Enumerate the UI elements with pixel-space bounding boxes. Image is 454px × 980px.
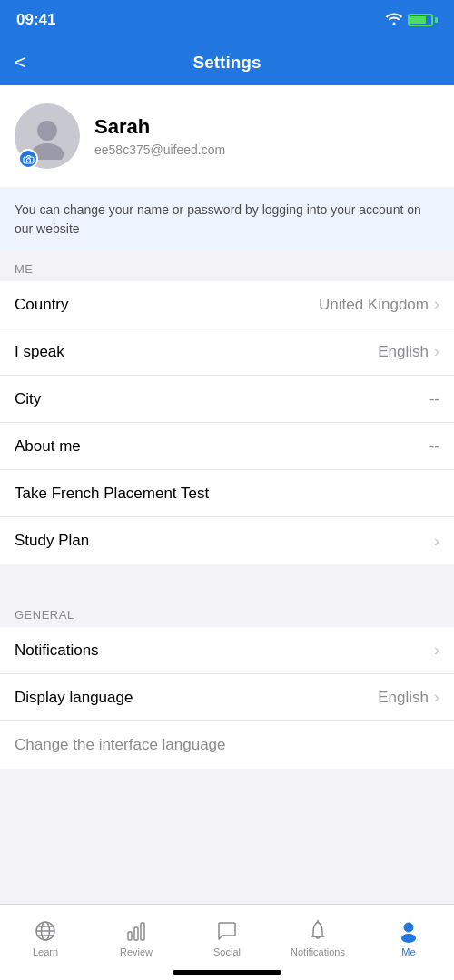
- svg-point-3: [26, 158, 30, 162]
- section-header-me: ME: [0, 251, 454, 281]
- notifications-label: Notifications: [15, 642, 99, 660]
- chevron-icon: ›: [434, 342, 439, 361]
- status-icons: [386, 12, 438, 28]
- placement-test-item[interactable]: Take French Placement Test: [0, 470, 454, 517]
- study-plan-right: ›: [434, 532, 439, 551]
- status-bar: 09:41: [0, 0, 454, 40]
- chevron-icon: ›: [434, 688, 439, 707]
- chevron-icon: ›: [434, 295, 439, 314]
- camera-badge[interactable]: [18, 149, 38, 169]
- globe-icon: [34, 919, 57, 943]
- status-time: 09:41: [16, 11, 55, 29]
- placement-test-label: Take French Placement Test: [15, 485, 209, 503]
- tab-notifications-label: Notifications: [291, 946, 345, 957]
- svg-rect-9: [128, 932, 132, 940]
- svg-rect-11: [141, 923, 144, 940]
- display-language-label: Display language: [15, 689, 133, 707]
- partial-item-label: Change the interface language: [15, 736, 226, 754]
- general-settings-list: Notifications › Display language English…: [0, 627, 454, 769]
- country-right: United Kingdom ›: [319, 295, 439, 314]
- me-settings-list: Country United Kingdom › I speak English…: [0, 281, 454, 564]
- about-me-item[interactable]: About me --: [0, 423, 454, 470]
- city-value: --: [429, 390, 439, 408]
- tab-review[interactable]: Review: [91, 910, 182, 957]
- chart-icon: [124, 919, 148, 943]
- study-plan-item[interactable]: Study Plan ›: [0, 517, 454, 564]
- tab-social[interactable]: Social: [182, 910, 272, 957]
- about-me-label: About me: [15, 437, 81, 456]
- svg-rect-10: [134, 927, 138, 940]
- profile-info: Sarah ee58c375@uifeed.com: [94, 115, 225, 157]
- profile-name: Sarah: [94, 115, 225, 139]
- svg-point-13: [404, 923, 413, 932]
- wifi-icon: [386, 12, 402, 28]
- about-me-value: --: [429, 437, 439, 456]
- profile-section: Sarah ee58c375@uifeed.com: [0, 85, 454, 187]
- language-value: English: [378, 343, 429, 361]
- language-item[interactable]: I speak English ›: [0, 328, 454, 376]
- tab-learn[interactable]: Learn: [0, 910, 91, 957]
- person-icon: [397, 919, 420, 943]
- chevron-icon: ›: [434, 641, 439, 660]
- bell-icon: [306, 919, 330, 943]
- country-label: Country: [15, 296, 69, 314]
- display-language-right: English ›: [378, 688, 439, 707]
- section-header-general: GENERAL: [0, 597, 454, 627]
- svg-point-0: [37, 121, 57, 141]
- tab-me[interactable]: Me: [363, 910, 454, 957]
- chevron-icon: ›: [434, 532, 439, 551]
- chat-icon: [215, 919, 239, 943]
- city-label: City: [15, 390, 41, 408]
- about-me-right: --: [429, 437, 439, 456]
- section-divider: [0, 564, 454, 597]
- app-header: < Settings: [0, 40, 454, 85]
- city-right: --: [429, 390, 439, 408]
- notifications-item[interactable]: Notifications ›: [0, 627, 454, 674]
- language-right: English ›: [378, 342, 439, 361]
- study-plan-label: Study Plan: [15, 532, 89, 550]
- info-banner-text: You can change your name or password by …: [15, 202, 421, 236]
- notifications-right: ›: [434, 641, 439, 660]
- battery-icon: [408, 14, 438, 26]
- display-language-item[interactable]: Display language English ›: [0, 674, 454, 721]
- language-label: I speak: [15, 343, 64, 361]
- home-indicator: [173, 970, 281, 975]
- profile-email: ee58c375@uifeed.com: [94, 142, 225, 157]
- info-banner: You can change your name or password by …: [0, 188, 454, 251]
- city-item[interactable]: City --: [0, 376, 454, 423]
- partial-item: Change the interface language: [0, 721, 454, 769]
- tab-bar: Learn Review Social: [0, 904, 454, 980]
- country-value: United Kingdom: [319, 296, 429, 314]
- tab-learn-label: Learn: [33, 946, 58, 957]
- country-item[interactable]: Country United Kingdom ›: [0, 281, 454, 328]
- svg-point-14: [401, 934, 416, 943]
- tab-social-label: Social: [213, 946, 241, 957]
- page-title: Settings: [193, 53, 262, 73]
- tab-review-label: Review: [120, 946, 153, 957]
- back-button[interactable]: <: [15, 51, 26, 74]
- avatar-container[interactable]: [15, 103, 80, 169]
- tab-notifications[interactable]: Notifications: [272, 910, 363, 957]
- display-language-value: English: [378, 689, 429, 707]
- tab-me-label: Me: [401, 946, 415, 957]
